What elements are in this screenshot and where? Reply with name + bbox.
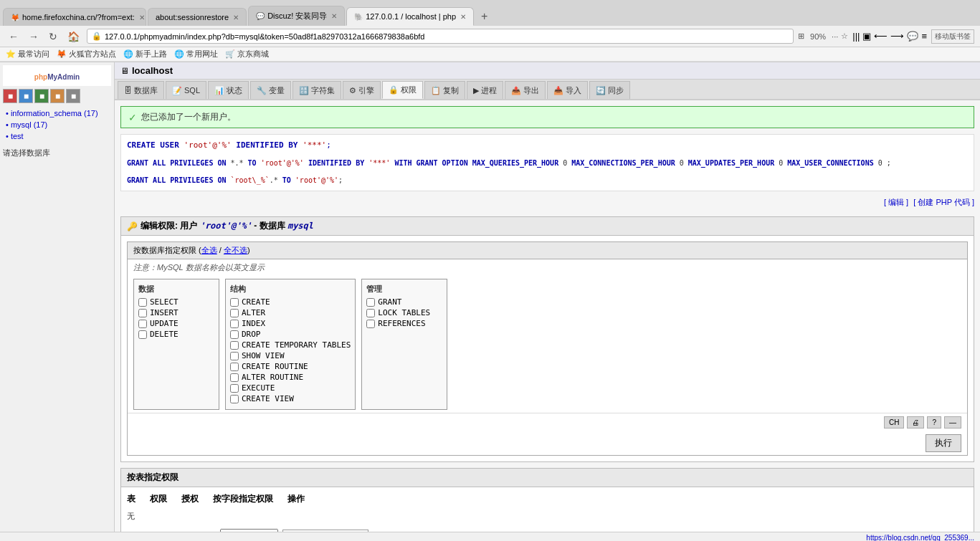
tab4-close[interactable]: ✕ [460, 13, 466, 21]
tab-variables[interactable]: 🔧 变量 [250, 81, 291, 99]
tab4-label: 127.0.0.1 / localhost | php [366, 12, 456, 21]
back2-icon[interactable]: ⟵ [874, 31, 888, 42]
checkbox-update[interactable] [138, 320, 147, 328]
db-item-information-schema[interactable]: • information_schema (17) [3, 107, 111, 119]
checkbox-lock-tables[interactable] [366, 309, 375, 317]
sql-line-3: GRANT ALL PRIVILEGES ON `root\_%`.* TO '… [127, 176, 968, 184]
server-icon: 🖥 [120, 66, 129, 76]
bookmark-5[interactable]: 🛒 京东商城 [225, 49, 269, 59]
help-button[interactable]: ? [927, 416, 941, 429]
star-icon[interactable]: ☆ [841, 32, 848, 41]
checkbox-create-view[interactable] [230, 395, 239, 403]
print-button[interactable]: 🖨 [907, 416, 924, 429]
create-php-link[interactable]: [ 创建 PHP 代码 ] [913, 198, 974, 206]
db-link-test[interactable]: • test [6, 132, 24, 140]
grid-icon[interactable]: ⊞ [798, 32, 804, 41]
privileges-tab-label: 权限 [401, 85, 417, 95]
pma-logo-text: phpMyAdmin [34, 68, 80, 82]
mobile-bookmarks[interactable]: 移动版书签 [931, 29, 974, 44]
sql-tab-label: SQL [184, 86, 200, 95]
bookmark-2[interactable]: 🦊 火狐官方站点 [57, 49, 116, 59]
variables-tab-icon: 🔧 [257, 86, 267, 95]
db-item-test[interactable]: • test [3, 130, 111, 142]
tab-export[interactable]: 📤 导出 [505, 81, 546, 99]
tbl-header-row: 表 权限 授权 按字段指定权限 操作 [127, 493, 968, 505]
priv-group-structure: 结构 CREATE ALTER INDEX [225, 279, 356, 410]
tab-replication[interactable]: 📋 复制 [424, 81, 465, 99]
checkbox-alter-routine[interactable] [230, 373, 239, 382]
sidebar-toggle-icon[interactable]: ||| [852, 31, 860, 42]
back-button[interactable]: ← [6, 29, 22, 44]
tab-process[interactable]: ▶ 进程 [467, 81, 503, 99]
pma-tabs: 🗄 数据库 📝 SQL 📊 状态 🔧 变量 🔠 字符集 ⚙ 引擎 [115, 80, 980, 100]
process-tab-label: 进程 [481, 85, 497, 96]
status-link[interactable]: https://blog.csdn.net/qq_255369... [866, 534, 974, 541]
tab-privileges[interactable]: 🔒 权限 [382, 81, 423, 99]
reading-mode-icon[interactable]: ▣ [862, 31, 871, 42]
tab1-close[interactable]: ✕ [139, 14, 145, 21]
checkbox-execute[interactable] [230, 384, 239, 393]
checkbox-index[interactable] [230, 320, 239, 328]
checkbox-create-routine[interactable] [230, 363, 239, 371]
tab-4[interactable]: 🐘 127.0.0.1 / localhost | php ✕ [346, 7, 474, 26]
address-bar[interactable]: 🔒 [87, 29, 794, 44]
checkbox-show-view[interactable] [230, 352, 239, 360]
menu-icon[interactable]: ≡ [921, 31, 927, 42]
checkbox-select[interactable] [138, 298, 147, 307]
tbl-add-select[interactable]: 使用文本域 [220, 529, 278, 532]
priv-item-references: REFERENCES [366, 319, 442, 328]
tab-database[interactable]: 🗄 数据库 [118, 81, 164, 99]
checkbox-alter[interactable] [230, 309, 239, 317]
exec-button[interactable]: 执行 [926, 434, 961, 452]
checkbox-references[interactable] [366, 320, 375, 328]
tab-status[interactable]: 📊 状态 [208, 81, 249, 99]
sidebar-icon-1[interactable]: ◼ [3, 89, 17, 103]
checkbox-delete[interactable] [138, 330, 147, 339]
checkbox-create-temporary-tables[interactable] [230, 341, 239, 350]
priv-group-data: 数据 SELECT INSERT UPDATE [133, 279, 219, 410]
tab-2[interactable]: about:sessionrestore ✕ [148, 8, 247, 26]
tab-3[interactable]: 💬 Discuz! 安装同导 ✕ [248, 6, 345, 26]
user-highlight: 'root'@'%' [200, 221, 252, 231]
edit-sql-link[interactable]: [ 编辑 ] [884, 198, 908, 206]
tab-charset[interactable]: 🔠 字符集 [292, 81, 341, 99]
tab-import[interactable]: 📥 导入 [547, 81, 588, 99]
bookmark-4[interactable]: 🌐 常用网址 [174, 49, 218, 59]
zoom-level: 90% [807, 32, 829, 41]
ch-button[interactable]: CH [884, 416, 904, 429]
label-create-view: CREATE VIEW [242, 394, 294, 403]
deselect-all-link[interactable]: 全不选 [224, 246, 247, 254]
home-button[interactable]: 🏠 [65, 29, 82, 44]
checkbox-insert[interactable] [138, 309, 147, 317]
sidebar-icon-2[interactable]: ◼ [19, 89, 33, 103]
bookmark-1[interactable]: ⭐ 最常访问 [6, 49, 49, 59]
sidebar-icon-4[interactable]: ◼ [50, 89, 65, 103]
tab3-close[interactable]: ✕ [331, 12, 337, 20]
checkbox-create[interactable] [230, 298, 239, 307]
checkbox-grant[interactable] [366, 298, 375, 307]
tab-sql[interactable]: 📝 SQL [166, 81, 206, 99]
select-all-link[interactable]: 全选 [201, 246, 217, 254]
bookmark-3[interactable]: 🌐 新手上路 [123, 49, 167, 59]
collapse-button[interactable]: — [944, 416, 961, 429]
new-tab-button[interactable]: + [475, 7, 493, 26]
tab2-close[interactable]: ✕ [233, 14, 239, 21]
tab-engine[interactable]: ⚙ 引擎 [343, 81, 381, 99]
exec-row: 执行 [128, 431, 967, 455]
db-link-information-schema[interactable]: • information_schema (17) [6, 109, 98, 118]
chat-icon[interactable]: 💬 [907, 31, 918, 42]
sidebar-icon-5[interactable]: ◼ [66, 89, 80, 103]
db-link-mysql[interactable]: • mysql (17) [6, 120, 47, 129]
reload-button[interactable]: ↻ [46, 29, 60, 44]
forward2-icon[interactable]: ⟶ [890, 31, 904, 42]
forward-button[interactable]: → [26, 29, 42, 44]
more-icon[interactable]: ··· [832, 32, 838, 41]
edit-privileges-title: 🔑 编辑权限: 用户 'root'@'%' - 数据库 mysql [121, 217, 974, 236]
tbl-add-input[interactable] [282, 530, 368, 532]
checkbox-drop[interactable] [230, 330, 239, 339]
tab-1[interactable]: 🦊 home.firefoxchina.cn/?from=ext: ✕ [3, 8, 146, 26]
db-item-mysql[interactable]: • mysql (17) [3, 119, 111, 130]
tab-sync[interactable]: 🔄 同步 [589, 81, 630, 99]
sidebar-icon-3[interactable]: ◼ [34, 89, 49, 103]
url-input[interactable] [105, 32, 789, 41]
